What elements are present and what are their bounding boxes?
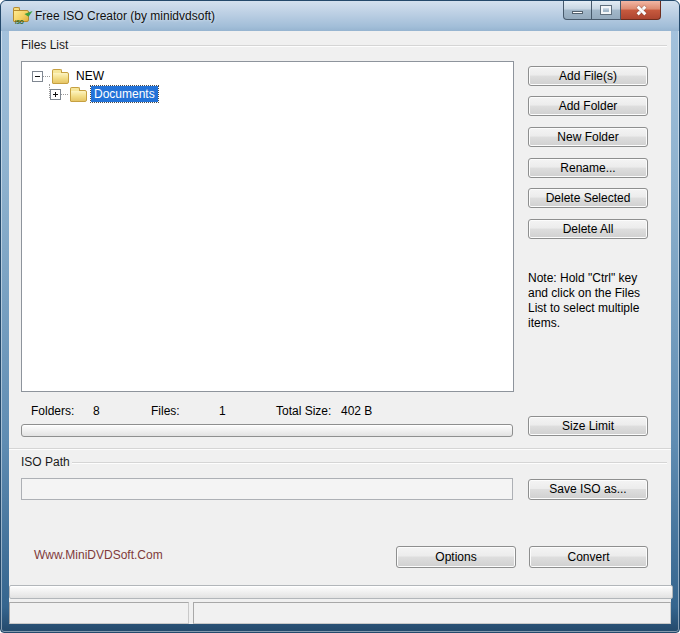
add-files-button[interactable]: Add File(s) [528,66,648,86]
app-window: ISO Free ISO Creator (by minidvdsoft) Fi… [0,0,680,633]
caption-buttons [563,1,661,20]
total-size-value: 402 B [341,404,372,418]
files-progress-bar [21,424,513,437]
tree-item-root[interactable]: NEW [32,67,107,85]
app-icon: ISO [13,7,31,24]
iso-path-group-line [69,462,667,464]
status-panel-right [193,602,671,624]
folder-icon [52,72,69,84]
rename-button[interactable]: Rename... [528,158,648,178]
window-title: Free ISO Creator (by minidvdsoft) [35,9,215,23]
tree-connector-line [43,76,50,77]
total-size-label: Total Size: [276,404,331,418]
files-list-group-line [67,45,667,47]
files-list-group-label: Files List [19,38,70,52]
new-folder-button[interactable]: New Folder [528,127,648,147]
convert-progress-bar [9,585,673,599]
minimize-icon [572,11,583,14]
maximize-icon [601,6,611,14]
add-folder-button[interactable]: Add Folder [528,96,648,116]
status-panel-left [9,602,189,624]
close-button[interactable] [621,1,661,20]
iso-path-field [21,478,513,500]
multi-select-note: Note: Hold "Ctrl" key and click on the F… [528,271,650,331]
files-value: 1 [219,404,226,418]
size-limit-button[interactable]: Size Limit [528,416,648,436]
folders-value: 8 [93,404,100,418]
save-iso-as-button[interactable]: Save ISO as... [528,479,648,500]
titlebar[interactable]: ISO Free ISO Creator (by minidvdsoft) [1,1,679,31]
expand-icon[interactable] [50,89,61,100]
maximize-button[interactable] [592,1,621,20]
collapse-icon[interactable] [32,71,43,82]
delete-selected-button[interactable]: Delete Selected [528,188,648,208]
tree-item-label-selected[interactable]: Documents [91,86,158,102]
convert-button[interactable]: Convert [529,546,648,568]
tree-connector-line [61,94,68,95]
close-icon [634,4,647,17]
files-tree[interactable]: NEW Documents [21,61,514,392]
iso-path-group-label: ISO Path [19,455,72,469]
minimize-button[interactable] [563,1,592,20]
delete-all-button[interactable]: Delete All [528,219,648,239]
options-button[interactable]: Options [396,546,516,568]
folder-icon [70,90,87,102]
files-label: Files: [151,404,180,418]
client-area: Files List NEW Documents Add File(s) Add… [9,31,671,624]
tree-item-label[interactable]: NEW [73,68,107,84]
folders-label: Folders: [31,404,74,418]
tree-item-documents[interactable]: Documents [50,85,158,103]
website-link[interactable]: Www.MiniDVDSoft.Com [34,548,163,562]
group-separator [9,448,671,450]
